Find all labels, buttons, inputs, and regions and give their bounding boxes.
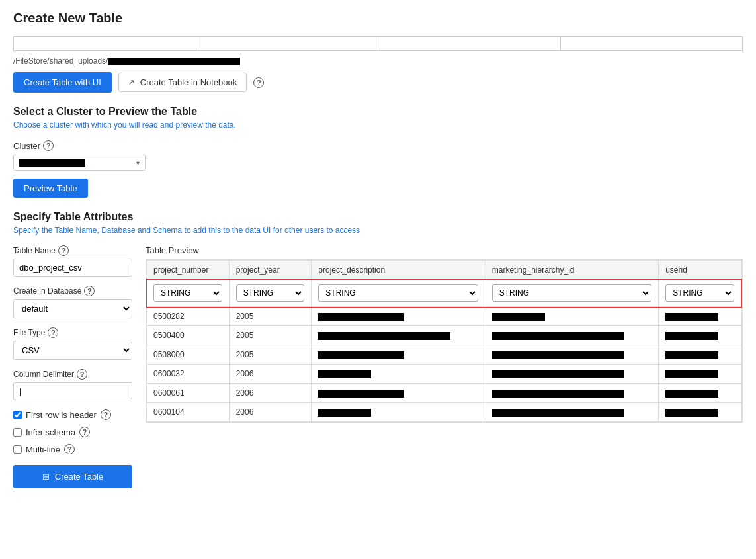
type-select-project-description[interactable]: STRINGINTDOUBLE <box>318 284 478 302</box>
cell-marketing-id <box>485 307 658 326</box>
type-select-marketing-hierarchy-id[interactable]: STRINGINTDOUBLE <box>492 284 651 302</box>
type-select-project-number[interactable]: STRINGINTDOUBLE <box>153 284 222 302</box>
file-path: /FileStore/shared_uploads/ <box>13 56 743 65</box>
cell-project-number: 0600061 <box>147 384 230 403</box>
create-table-ui-button[interactable]: Create Table with UI <box>13 72 112 93</box>
type-cell-userid: STRINGINTDOUBLE <box>659 280 741 307</box>
tab-4[interactable] <box>561 37 743 50</box>
type-select-project-year[interactable]: STRINGINTDOUBLE <box>236 284 305 302</box>
file-type-select[interactable]: CSV <box>13 341 132 360</box>
cell-userid <box>659 403 741 422</box>
multiline-help-icon[interactable]: ? <box>64 444 75 454</box>
file-type-label: File Type ? <box>13 327 132 338</box>
specify-section: Specify Table Attributes Specify the Tab… <box>13 211 743 488</box>
specify-section-subtitle: Specify the Table Name, Database and Sch… <box>13 226 743 235</box>
action-buttons: Create Table with UI ↗ Create Table in N… <box>13 72 743 93</box>
column-delimiter-label: Column Delimiter ? <box>13 369 132 380</box>
infer-schema-help-icon[interactable]: ? <box>79 427 90 437</box>
cell-userid <box>659 307 741 326</box>
file-type-group: File Type ? CSV <box>13 327 132 360</box>
cell-userid <box>659 345 741 365</box>
tab-1[interactable] <box>14 37 196 50</box>
cell-project-year: 2005 <box>229 326 312 345</box>
cell-project-number: 0600032 <box>147 365 230 384</box>
table-row: 0600032 2006 <box>147 365 742 384</box>
column-delimiter-input[interactable] <box>13 382 132 400</box>
col-header-project-number: project_number <box>147 261 230 280</box>
cell-userid <box>659 326 741 345</box>
create-table-notebook-button[interactable]: ↗ Create Table in Notebook <box>118 73 247 92</box>
cell-project-desc <box>312 403 485 422</box>
col-header-marketing-hierarchy-id: marketing_hierarchy_id <box>485 261 658 280</box>
tab-bar <box>13 36 743 51</box>
type-cell-project-number: STRINGINTDOUBLE <box>147 280 230 307</box>
table-name-input[interactable] <box>13 259 132 277</box>
cell-project-desc <box>312 307 485 326</box>
cluster-dropdown[interactable]: ▾ <box>13 155 146 171</box>
cell-marketing-id <box>485 403 658 422</box>
preview-table: project_number project_year project_desc… <box>146 260 742 422</box>
type-cell-project-year: STRINGINTDOUBLE <box>229 280 312 307</box>
table-icon: ⊞ <box>42 472 50 482</box>
right-panel: Table Preview project_number project_yea… <box>146 245 743 488</box>
col-header-userid: userid <box>659 261 741 280</box>
tab-2[interactable] <box>196 37 379 50</box>
cluster-select-row: ▾ <box>13 155 743 171</box>
header-row: project_number project_year project_desc… <box>147 261 742 280</box>
create-in-db-help-icon[interactable]: ? <box>84 286 95 296</box>
cell-marketing-id <box>485 345 658 365</box>
tab-3[interactable] <box>378 37 561 50</box>
external-link-icon: ↗ <box>128 78 134 87</box>
cluster-help-icon[interactable]: ? <box>43 140 54 151</box>
create-in-db-select[interactable]: default <box>13 299 132 318</box>
left-panel: Table Name ? Create in Database ? defaul… <box>13 245 132 488</box>
cell-project-year: 2005 <box>229 345 312 365</box>
column-delimiter-group: Column Delimiter ? <box>13 369 132 400</box>
cell-project-year: 2006 <box>229 403 312 422</box>
infer-schema-row: Infer schema ? <box>13 427 132 437</box>
create-in-db-group: Create in Database ? default <box>13 286 132 318</box>
table-name-group: Table Name ? <box>13 245 132 277</box>
cell-project-desc <box>312 345 485 365</box>
create-table-final-button[interactable]: ⊞ Create Table <box>13 465 132 488</box>
file-type-help-icon[interactable]: ? <box>48 327 58 338</box>
cell-project-year: 2006 <box>229 365 312 384</box>
table-row: 0500282 2005 <box>147 307 742 326</box>
type-select-userid[interactable]: STRINGINTDOUBLE <box>665 284 734 302</box>
cell-userid <box>659 365 741 384</box>
table-preview-label: Table Preview <box>146 245 743 255</box>
cell-marketing-id <box>485 384 658 403</box>
col-header-project-year: project_year <box>229 261 312 280</box>
page-title: Create New Table <box>13 11 743 26</box>
help-icon-main[interactable]: ? <box>253 77 264 88</box>
cell-marketing-id <box>485 365 658 384</box>
cell-project-desc <box>312 365 485 384</box>
infer-schema-checkbox[interactable] <box>13 428 22 437</box>
specify-section-title: Specify Table Attributes <box>13 211 743 223</box>
chevron-down-icon: ▾ <box>136 159 140 167</box>
column-delimiter-help-icon[interactable]: ? <box>77 369 87 380</box>
cell-project-number: 0500282 <box>147 307 230 326</box>
type-selector-row: STRINGINTDOUBLE STRINGINTDOUBLE <box>147 280 742 307</box>
first-row-header-row: First row is header ? <box>13 409 132 420</box>
create-in-db-label: Create in Database ? <box>13 286 132 296</box>
preview-table-container: project_number project_year project_desc… <box>146 259 743 423</box>
type-cell-marketing-hierarchy-id: STRINGINTDOUBLE <box>485 280 658 307</box>
two-col-layout: Table Name ? Create in Database ? defaul… <box>13 245 743 488</box>
table-row: 0508000 2005 <box>147 345 742 365</box>
preview-table-button[interactable]: Preview Table <box>13 179 88 198</box>
cell-project-number: 0600104 <box>147 403 230 422</box>
table-name-label: Table Name ? <box>13 245 132 256</box>
table-row: 0500400 2005 <box>147 326 742 345</box>
cluster-label: Cluster ? <box>13 140 743 151</box>
first-row-header-help-icon[interactable]: ? <box>101 409 111 420</box>
table-name-help-icon[interactable]: ? <box>58 245 69 256</box>
cell-project-desc <box>312 384 485 403</box>
multiline-checkbox[interactable] <box>13 445 22 454</box>
file-path-prefix: /FileStore/shared_uploads/ <box>13 56 108 65</box>
first-row-header-checkbox[interactable] <box>13 411 22 419</box>
cluster-section-title: Select a Cluster to Preview the Table <box>13 106 743 118</box>
type-cell-project-description: STRINGINTDOUBLE <box>312 280 485 307</box>
cell-project-number: 0508000 <box>147 345 230 365</box>
cell-marketing-id <box>485 326 658 345</box>
